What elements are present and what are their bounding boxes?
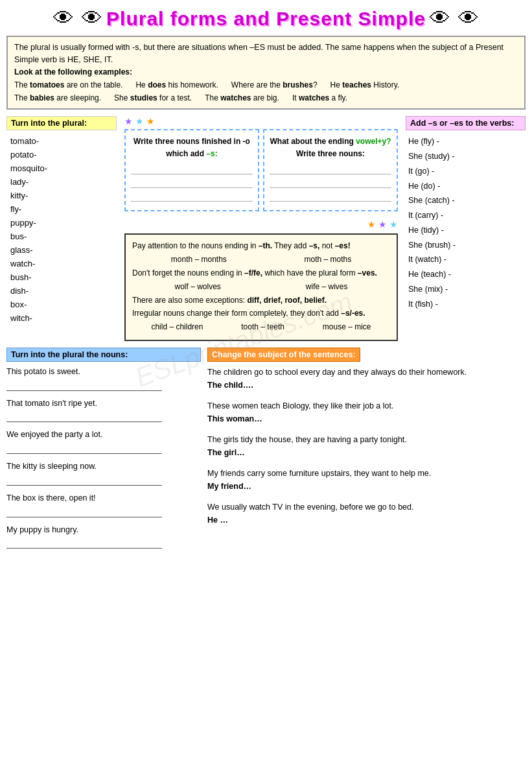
example4: He teaches History.	[330, 79, 400, 91]
middle-col: ★ ★ ★ Write three nouns finished in -o w…	[121, 116, 402, 341]
list-item: lady-	[6, 175, 117, 189]
write-line-2	[131, 178, 253, 188]
verb-item: He (tidy) -	[406, 223, 526, 238]
change-prompt-2: This woman…	[207, 414, 262, 423]
change-sentence-3: The girls tidy the house, they are havin…	[207, 435, 407, 444]
verb-item: It (fish) -	[406, 297, 526, 312]
intro-info-box: The plural is usually formed with -s, bu…	[6, 36, 526, 110]
nouns-box: Pay attention to the nouns ending in –th…	[124, 233, 398, 341]
change-sentence-5: We usually watch TV in the evening, befo…	[207, 503, 413, 512]
examples-row: The tomatoes are on the table. He does h…	[14, 79, 518, 91]
example3: Where are the brushes?	[231, 79, 318, 91]
answer-line-4	[6, 475, 162, 486]
look-label: Look at the following examples:	[14, 67, 132, 77]
example5: The babies are sleeping.	[14, 92, 101, 104]
sentence-item-1: This potato is sweet.	[6, 366, 201, 391]
write-line-3	[131, 191, 253, 202]
upper-section: Turn into the plural: tomato- potato- mo…	[6, 116, 526, 341]
stars-top: ★ ★ ★	[124, 116, 398, 126]
answer-line-3	[6, 444, 162, 454]
change-sentence-4: My friends carry some furniture upstairs…	[207, 469, 431, 478]
verb-item: He (fly) -	[406, 134, 526, 149]
bottom-right-col: Change the subject of the sentences: The…	[207, 348, 526, 556]
eye-icon-right2: 👁	[458, 6, 479, 30]
write-line-5	[270, 178, 391, 188]
example6: She studies for a test.	[114, 92, 192, 104]
nouns-box-row3: child – children tooth – teeth mouse – m…	[132, 321, 390, 333]
eye-icon-left2: 👁	[82, 6, 102, 30]
sentence-text-6: My puppy is hungry.	[6, 525, 78, 534]
write-boxes-row: Write three nouns finished in -o which a…	[124, 129, 398, 215]
sentence-text-3: We enjoyed the party a lot.	[6, 430, 102, 439]
stars-bottom: ★ ★ ★	[124, 219, 398, 230]
example1: The tomatoes are on the table.	[14, 79, 122, 91]
verb-item: She (catch) -	[406, 193, 526, 208]
list-item: glass-	[6, 243, 117, 257]
list-item: potato-	[6, 148, 117, 161]
change-prompt-4: My friend…	[207, 482, 251, 491]
nouns-example1b: moth – moths	[304, 254, 351, 266]
list-item: kitty-	[6, 189, 117, 202]
bottom-left-col: Turn into the plural the nouns: This pot…	[6, 348, 201, 556]
write-line-4	[270, 164, 391, 174]
intro-text: The plural is usually formed with -s, bu…	[14, 43, 503, 64]
list-item: watch-	[6, 257, 117, 270]
sentence-item-5: The box is there, open it!	[6, 492, 201, 517]
add-verbs-header: Add –s or –es to the verbs:	[406, 116, 526, 130]
write-nouns-vowel-title: What about the ending vowel+y? Write thr…	[270, 136, 391, 160]
eye-icon-left1: 👁	[53, 6, 74, 30]
answer-line-2	[6, 412, 162, 422]
sentence-item-4: The kitty is sleeping now.	[6, 460, 201, 486]
change-sentence-1: The children go to school every day and …	[207, 368, 467, 377]
change-item-1: The children go to school every day and …	[207, 366, 526, 392]
verb-item: It (go) -	[406, 164, 526, 179]
verb-item: She (study) -	[406, 149, 526, 164]
verb-item: She (brush) -	[406, 238, 526, 253]
sentence-text-4: The kitty is sleeping now.	[6, 462, 97, 471]
verb-item: She (mix) -	[406, 282, 526, 297]
write-line-1	[131, 164, 253, 174]
verb-list: He (fly) - She (study) - It (go) - He (d…	[406, 134, 526, 311]
turn-plural-col: Turn into the plural: tomato- potato- mo…	[6, 116, 117, 341]
list-item: puppy-	[6, 216, 117, 230]
plural-list: tomato- potato- mosquito- lady- kitty- f…	[6, 134, 117, 325]
nouns-box-text1: Pay attention to the nouns ending in –th…	[132, 240, 390, 252]
sentence-item-2: That tomato isn't ripe yet.	[6, 397, 201, 423]
write-nouns-o-box: Write three nouns finished in -o which a…	[124, 129, 259, 211]
nouns-box-text4: Irregular nouns change their form comple…	[132, 307, 390, 320]
sentence-text-2: That tomato isn't ripe yet.	[6, 399, 97, 408]
nouns-box-text3: There are also some exceptions: diff, dr…	[132, 294, 390, 307]
sentence-text-5: The box is there, open it!	[6, 493, 96, 503]
list-item: bush-	[6, 270, 117, 284]
sentence-item-3: We enjoyed the party a lot.	[6, 429, 201, 454]
bottom-section: Turn into the plural the nouns: This pot…	[6, 348, 526, 556]
change-item-2: These women teach Biology, they like the…	[207, 399, 526, 425]
change-item-3: The girls tidy the house, they are havin…	[207, 433, 526, 459]
turn-plural-nouns-header: Turn into the plural the nouns:	[6, 348, 201, 362]
list-item: witch-	[6, 311, 117, 325]
list-item: dish-	[6, 284, 117, 298]
change-item-4: My friends carry some furniture upstairs…	[207, 467, 526, 493]
list-item: fly-	[6, 202, 117, 216]
answer-line-1	[6, 381, 162, 391]
list-item: mosquito-	[6, 161, 117, 175]
sentence-item-6: My puppy is hungry.	[6, 524, 201, 549]
add-verbs-col: Add –s or –es to the verbs: He (fly) - S…	[406, 116, 526, 341]
write-line-6	[270, 191, 391, 202]
change-sentence-2: These women teach Biology, they like the…	[207, 401, 393, 410]
list-item: tomato-	[6, 134, 117, 148]
verb-item: He (do) -	[406, 179, 526, 194]
sentence-text-1: This potato is sweet.	[6, 367, 80, 376]
eye-icon-right1: 👁	[430, 6, 450, 30]
change-subject-header: Change the subject of the sentences:	[207, 348, 360, 362]
page-header: 👁 👁 Plural forms and Present Simple 👁 👁	[6, 6, 526, 30]
nouns-example3c: mouse – mice	[323, 321, 371, 333]
change-prompt-3: The girl…	[207, 448, 245, 457]
nouns-example2a: wolf – wolves	[174, 281, 220, 293]
example8: It watches a fly.	[292, 92, 347, 104]
verb-item: It (carry) -	[406, 208, 526, 223]
change-prompt-5: He …	[207, 515, 228, 525]
turn-plural-header: Turn into the plural:	[6, 116, 117, 130]
change-prompt-1: The child….	[207, 381, 253, 390]
write-nouns-o-title: Write three nouns finished in -o which a…	[131, 136, 253, 160]
